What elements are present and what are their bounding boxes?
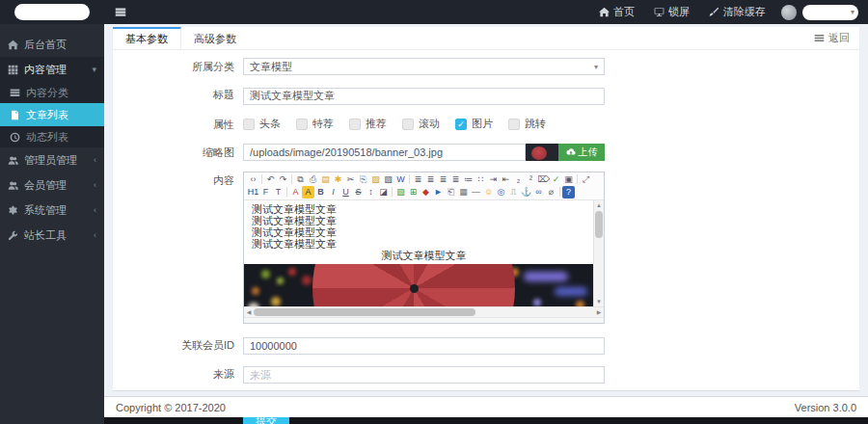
fullscreen-icon[interactable]: ⤢ bbox=[580, 173, 592, 186]
align-center-icon[interactable]: ≣ bbox=[424, 173, 437, 186]
paste-text-icon[interactable]: ▧ bbox=[382, 173, 394, 186]
checkbox-recommended[interactable]: 推荐 bbox=[349, 117, 387, 131]
sidebar-item-system-management[interactable]: 系统管理 ‹ bbox=[0, 198, 104, 223]
heading-icon[interactable]: H1 bbox=[247, 186, 259, 199]
strikethrough-icon[interactable]: S bbox=[352, 186, 365, 199]
horizontal-scroll-thumb[interactable] bbox=[254, 308, 475, 316]
underline-icon[interactable]: U bbox=[339, 186, 352, 199]
checkbox-box[interactable] bbox=[402, 119, 414, 130]
paste-word-icon[interactable]: W bbox=[394, 173, 407, 186]
checkbox-jump[interactable]: 跳转 bbox=[508, 117, 546, 131]
code-icon[interactable]: ✱ bbox=[332, 173, 344, 186]
checkbox-box[interactable] bbox=[455, 119, 467, 130]
paste-icon[interactable]: ▨ bbox=[369, 173, 382, 186]
checkbox-label: 图片 bbox=[472, 117, 493, 131]
unlink-icon[interactable]: ⌀ bbox=[545, 186, 557, 199]
sidebar-item-article-list[interactable]: 文章列表 bbox=[0, 103, 104, 126]
sidebar-item-content-management[interactable]: 内容管理 ▾ bbox=[0, 57, 104, 82]
link-icon[interactable]: ∞ bbox=[532, 186, 545, 199]
clear-format-icon[interactable]: ⌦ bbox=[537, 173, 550, 186]
scroll-down-arrow[interactable]: ▼ bbox=[594, 297, 604, 306]
user-menu[interactable]: ▾ bbox=[802, 5, 858, 20]
copy-icon[interactable]: ⎘ bbox=[357, 173, 369, 186]
editor-resize-bar[interactable] bbox=[244, 317, 604, 323]
align-justify-icon[interactable]: ≣ bbox=[449, 173, 462, 186]
font-name-icon[interactable]: F bbox=[259, 186, 272, 199]
editor-body[interactable]: 测试文章模型文章 测试文章模型文章 测试文章模型文章 测试文章模型文章 测试文章… bbox=[244, 200, 604, 306]
horizontal-rule-icon[interactable]: ― bbox=[470, 186, 482, 199]
indent-icon[interactable]: ⇥ bbox=[487, 173, 500, 186]
scroll-left-arrow[interactable]: ◀ bbox=[244, 307, 254, 318]
image-icon[interactable]: ▧ bbox=[394, 186, 407, 199]
sidebar-item-webmaster-tools[interactable]: 站长工具 ‹ bbox=[0, 223, 104, 248]
checkbox-box[interactable] bbox=[296, 119, 308, 130]
quick-format-icon[interactable]: ✓ bbox=[550, 173, 562, 186]
sidebar-item-admin-management[interactable]: 管理员管理 ‹ bbox=[0, 147, 104, 172]
topnav-home[interactable]: 首页 bbox=[589, 0, 644, 24]
topnav-clear-cache[interactable]: 清除缓存 bbox=[699, 0, 775, 24]
outdent-icon[interactable]: ⇤ bbox=[500, 173, 512, 186]
checkbox-featured[interactable]: 特荐 bbox=[296, 117, 334, 131]
sidebar-item-dynamic-list[interactable]: 动态列表 bbox=[0, 126, 104, 147]
sidebar-item-member-management[interactable]: 会员管理 ‹ bbox=[0, 172, 104, 198]
insert-file-icon[interactable]: ⎗ bbox=[445, 186, 457, 199]
source-input[interactable] bbox=[243, 366, 605, 384]
source-code-icon[interactable]: ‹› bbox=[247, 173, 259, 186]
sidebar-toggle-button[interactable] bbox=[104, 0, 137, 24]
scroll-up-arrow[interactable]: ▲ bbox=[594, 200, 604, 210]
anchor-icon[interactable]: ⚓ bbox=[520, 186, 532, 199]
select-all-icon[interactable]: ▣ bbox=[562, 173, 575, 186]
title-input[interactable] bbox=[243, 88, 605, 105]
undo-icon[interactable]: ↶ bbox=[264, 173, 277, 186]
upload-button[interactable]: 上传 bbox=[558, 144, 605, 161]
editor-content[interactable]: 测试文章模型文章 测试文章模型文章 测试文章模型文章 测试文章模型文章 测试文章… bbox=[244, 200, 604, 306]
checkbox-image[interactable]: 图片 bbox=[455, 117, 493, 131]
highlight-color-icon[interactable]: A bbox=[302, 186, 314, 199]
site-logo[interactable] bbox=[14, 4, 90, 20]
tab-advanced-params[interactable]: 高级参数 bbox=[181, 27, 249, 50]
page-break-icon[interactable]: ⎍ bbox=[507, 186, 520, 199]
align-right-icon[interactable]: ≣ bbox=[437, 173, 449, 186]
template-icon[interactable]: ▤ bbox=[319, 173, 332, 186]
category-select[interactable]: 文章模型 ▾ bbox=[243, 58, 605, 75]
checkbox-scrolling[interactable]: 滚动 bbox=[402, 117, 440, 131]
checkbox-box[interactable] bbox=[349, 119, 361, 130]
cut-icon[interactable]: ✂ bbox=[344, 173, 357, 186]
thumbnail-path-input[interactable] bbox=[243, 144, 526, 161]
vertical-scroll-thumb[interactable] bbox=[595, 211, 603, 238]
flash-icon[interactable]: ◆ bbox=[420, 186, 432, 199]
sidebar-item-dashboard[interactable]: 后台首页 bbox=[0, 32, 104, 57]
bold-icon[interactable]: B bbox=[314, 186, 327, 199]
topnav-lock-screen[interactable]: 锁屏 bbox=[644, 0, 699, 24]
remove-format-icon[interactable]: ◪ bbox=[377, 186, 390, 199]
font-size-icon[interactable]: T bbox=[272, 186, 285, 199]
media-icon[interactable]: ► bbox=[432, 186, 445, 199]
emoticons-icon[interactable]: ☺ bbox=[482, 186, 495, 199]
editor-horizontal-scrollbar[interactable]: ◀ ▶ bbox=[244, 306, 604, 317]
member-id-input[interactable] bbox=[243, 337, 605, 355]
scroll-right-arrow[interactable]: ▶ bbox=[594, 307, 604, 318]
map-icon[interactable]: ◎ bbox=[495, 186, 507, 199]
preview-icon[interactable]: ⧉ bbox=[294, 173, 307, 186]
table-icon[interactable]: ▦ bbox=[457, 186, 470, 199]
unordered-list-icon[interactable]: ∷ bbox=[475, 173, 487, 186]
italic-icon[interactable]: I bbox=[327, 186, 339, 199]
checkbox-box[interactable] bbox=[508, 119, 520, 130]
multi-image-icon[interactable]: ⊞ bbox=[407, 186, 420, 199]
tab-basic-params[interactable]: 基本参数 bbox=[113, 27, 181, 50]
editor-vertical-scrollbar[interactable]: ▲ ▼ bbox=[593, 200, 604, 306]
sidebar-item-content-category[interactable]: 内容分类 bbox=[0, 82, 104, 103]
align-left-icon[interactable]: ≣ bbox=[412, 173, 424, 186]
user-avatar[interactable] bbox=[781, 5, 797, 20]
subscript-icon[interactable]: ₂ bbox=[512, 173, 525, 186]
superscript-icon[interactable]: ² bbox=[525, 173, 537, 186]
font-color-icon[interactable]: A bbox=[289, 186, 302, 199]
line-height-icon[interactable]: ↕ bbox=[365, 186, 377, 199]
back-button[interactable]: 返回 bbox=[814, 31, 859, 45]
about-icon[interactable]: ? bbox=[562, 186, 575, 199]
checkbox-headline[interactable]: 头条 bbox=[243, 117, 281, 131]
checkbox-box[interactable] bbox=[243, 119, 255, 130]
print-icon[interactable]: ⎙ bbox=[307, 173, 319, 186]
redo-icon[interactable]: ↷ bbox=[277, 173, 289, 186]
ordered-list-icon[interactable]: ≔ bbox=[462, 173, 475, 186]
